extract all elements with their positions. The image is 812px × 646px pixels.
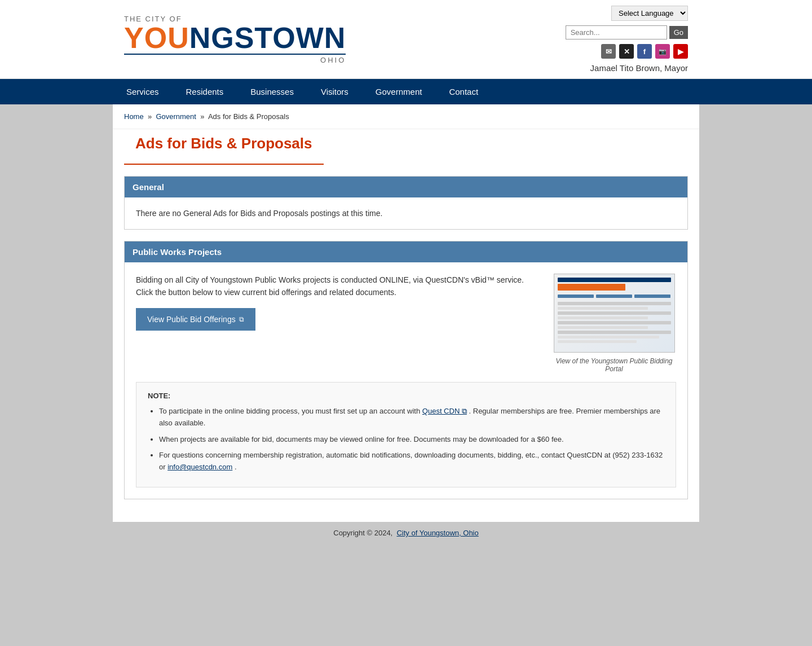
- social-icons: ✉ ✕ f 📷 ▶: [601, 44, 688, 59]
- public-works-text: Bidding on all City of Youngstown Public…: [136, 274, 541, 373]
- site-logo: THE CITY OF YOUNGSTOWN OHIO: [124, 15, 346, 64]
- twitter-icon[interactable]: ✕: [619, 44, 634, 59]
- nav-businesses[interactable]: Businesses: [237, 79, 307, 104]
- public-works-section: Public Works Projects Bidding on all Cit…: [124, 241, 688, 499]
- general-section-header: General: [125, 177, 687, 197]
- logo-ohio-text: OHIO: [124, 54, 346, 64]
- public-works-body: Bidding on all City of Youngstown Public…: [125, 262, 687, 499]
- note-item-2: When projects are available for bid, doc…: [159, 434, 664, 446]
- breadcrumb-government[interactable]: Government: [156, 112, 196, 121]
- public-works-description: Bidding on all City of Youngstown Public…: [136, 274, 541, 299]
- note-item-1-before: To participate in the online bidding pro…: [159, 407, 422, 415]
- external-link-icon: ⧉: [239, 315, 244, 323]
- nav-contact[interactable]: Contact: [435, 79, 492, 104]
- page-title: Ads for Bids & Proposals: [124, 129, 324, 165]
- note-item-2-text: When projects are available for bid, doc…: [159, 435, 564, 443]
- view-public-bid-button[interactable]: View Public Bid Offerings ⧉: [136, 308, 255, 331]
- portal-image-area: View of the Youngstown Public Bidding Po…: [552, 274, 676, 373]
- note-list: To participate in the online bidding pro…: [148, 406, 664, 473]
- mayor-name: Jamael Tito Brown, Mayor: [590, 63, 688, 73]
- nav-residents[interactable]: Residents: [173, 79, 237, 104]
- facebook-icon[interactable]: f: [637, 44, 652, 59]
- logo-you: YOU: [124, 21, 189, 54]
- footer-city-link[interactable]: City of Youngstown, Ohio: [396, 529, 478, 537]
- general-text: There are no General Ads for Bids and Pr…: [136, 209, 676, 218]
- nav-visitors[interactable]: Visitors: [307, 79, 362, 104]
- logo-ngstown: NGSTOWN: [189, 21, 346, 54]
- note-item-3: For questions concerning membership regi…: [159, 450, 664, 473]
- navigation: Services Residents Businesses Visitors G…: [0, 79, 812, 104]
- public-works-header: Public Works Projects: [125, 241, 687, 262]
- header-right: Select Language Go ✉ ✕ f 📷 ▶ Jamael Tito…: [566, 6, 688, 73]
- footer: Copyright © 2024, City of Youngstown, Oh…: [0, 522, 812, 544]
- note-item-1: To participate in the online bidding pro…: [159, 406, 664, 429]
- general-section: General There are no General Ads for Bid…: [124, 176, 688, 230]
- search-button[interactable]: Go: [669, 26, 688, 39]
- questcdn-email-link[interactable]: info@questcdn.com: [167, 463, 232, 471]
- portal-screenshot: [554, 274, 675, 353]
- language-dropdown[interactable]: Select Language: [611, 6, 688, 21]
- portal-caption: View of the Youngstown Public Bidding Po…: [552, 357, 676, 373]
- note-label: NOTE:: [148, 392, 664, 400]
- logo-name-text: YOUNGSTOWN: [124, 23, 346, 52]
- instagram-icon[interactable]: 📷: [655, 44, 670, 59]
- bid-button-label: View Public Bid Offerings: [147, 315, 236, 324]
- nav-services[interactable]: Services: [113, 79, 173, 104]
- note-item-3-after: .: [235, 463, 237, 471]
- breadcrumb-current: Ads for Bids & Proposals: [208, 112, 289, 121]
- breadcrumb: Home » Government » Ads for Bids & Propo…: [113, 104, 699, 129]
- note-box: NOTE: To participate in the online biddi…: [136, 382, 676, 487]
- nav-government[interactable]: Government: [362, 79, 436, 104]
- youtube-icon[interactable]: ▶: [673, 44, 688, 59]
- footer-copyright: Copyright © 2024,: [333, 529, 392, 537]
- search-bar: Go: [566, 25, 688, 39]
- questcdn-link[interactable]: Quest CDN ⧉: [422, 407, 467, 415]
- breadcrumb-home[interactable]: Home: [124, 112, 144, 121]
- language-selector[interactable]: Select Language: [611, 6, 688, 21]
- email-icon[interactable]: ✉: [601, 44, 616, 59]
- general-section-body: There are no General Ads for Bids and Pr…: [125, 197, 687, 229]
- search-input[interactable]: [566, 25, 667, 39]
